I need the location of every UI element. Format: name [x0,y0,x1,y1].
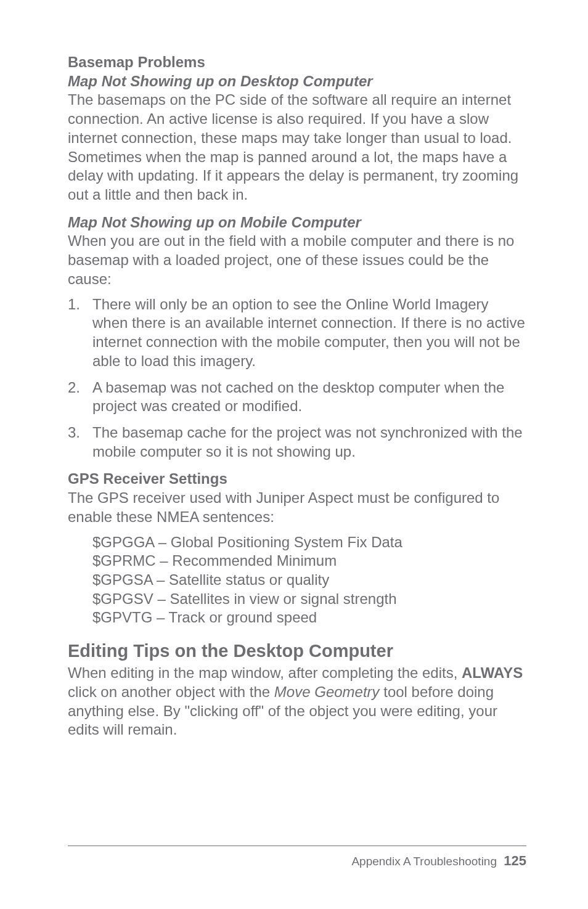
paragraph-editing: When editing in the map window, after co… [68,664,526,740]
nmea-line: $GPGSA – Satellite status or quality [92,571,526,590]
emphasis-tool-name: Move Geometry [274,683,380,700]
nmea-line: $GPVTG – Track or ground speed [92,608,526,627]
paragraph-mobile-map: When you are out in the field with a mob… [68,232,526,288]
page-number: 125 [504,853,526,868]
ordered-list-issues: 1. There will only be an option to see t… [68,295,526,462]
list-item: 2. A basemap was not cached on the deskt… [68,378,526,416]
paragraph-desktop-map: The basemaps on the PC side of the softw… [68,91,526,204]
page-footer: Appendix A Troubleshooting 125 [68,846,526,870]
nmea-line: $GPRMC – Recommended Minimum [92,552,526,571]
list-number: 2. [68,378,92,416]
list-item: 3. The basemap cache for the project was… [68,423,526,461]
emphasis-always: ALWAYS [462,664,523,681]
subheading-mobile-map: Map Not Showing up on Mobile Computer [68,213,526,232]
subheading-desktop-map: Map Not Showing up on Desktop Computer [68,72,526,91]
list-text: The basemap cache for the project was no… [92,423,526,461]
heading-gps-settings: GPS Receiver Settings [68,470,526,489]
nmea-list: $GPGGA – Global Positioning System Fix D… [92,533,526,628]
list-number: 3. [68,423,92,461]
footer-label: Appendix A Troubleshooting [351,855,497,868]
heading-basemap-problems: Basemap Problems [68,53,526,72]
list-text: A basemap was not cached on the desktop … [92,378,526,416]
text-fragment: When editing in the map window, after co… [68,664,462,681]
nmea-line: $GPGSV – Satellites in view or signal st… [92,590,526,609]
list-text: There will only be an option to see the … [92,295,526,371]
list-number: 1. [68,295,92,371]
list-item: 1. There will only be an option to see t… [68,295,526,371]
document-page: Basemap Problems Map Not Showing up on D… [0,0,588,909]
paragraph-gps: The GPS receiver used with Juniper Aspec… [68,489,526,526]
heading-editing-tips: Editing Tips on the Desktop Computer [68,640,526,662]
text-fragment: click on another object with the [68,683,274,700]
nmea-line: $GPGGA – Global Positioning System Fix D… [92,533,526,552]
